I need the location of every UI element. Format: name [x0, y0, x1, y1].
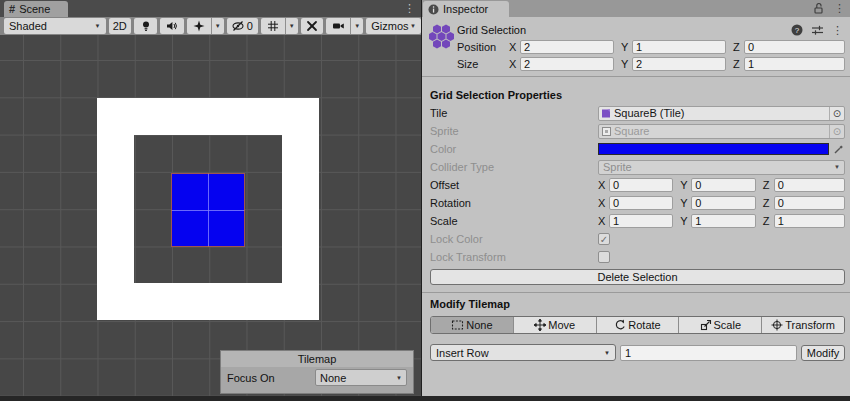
- grid-icon: [267, 20, 279, 32]
- position-label: Position: [457, 41, 509, 53]
- tool-rotate-label: Rotate: [628, 319, 660, 331]
- eyedropper-icon: [829, 143, 845, 155]
- scene-effects-dropdown[interactable]: ▼: [211, 18, 224, 34]
- grid-selection-header: Grid Selection ? ⋮ Position X2 Y1 Z0: [422, 17, 850, 76]
- size-z-field[interactable]: 1: [744, 57, 845, 71]
- gizmos-label: Gizmos: [371, 20, 408, 32]
- offset-label: Offset: [430, 179, 598, 191]
- eye-off-icon: [232, 20, 245, 32]
- chevron-down-icon: ▼: [834, 164, 840, 170]
- color-swatch: [598, 143, 829, 155]
- position-z-field[interactable]: 0: [744, 40, 845, 54]
- rotate-icon: [614, 319, 626, 331]
- scene-camera-dropdown[interactable]: ▼: [350, 18, 363, 34]
- axis-x-label: X: [598, 179, 609, 191]
- scene-menu-kebab-icon[interactable]: ⋮: [404, 1, 415, 16]
- tab-inspector[interactable]: Inspector: [423, 1, 509, 17]
- tool-transform-button[interactable]: Transform: [761, 317, 844, 333]
- scene-camera-button[interactable]: [326, 18, 350, 34]
- tools-icon: [306, 20, 318, 32]
- tile-value: SquareB (Tile): [612, 107, 829, 119]
- offset-y-field[interactable]: 0: [691, 178, 755, 192]
- size-x-field[interactable]: 2: [520, 57, 614, 71]
- offset-z-field[interactable]: 0: [774, 178, 845, 192]
- selected-blue-tiles[interactable]: [171, 173, 245, 247]
- focus-on-dropdown[interactable]: None ▼: [315, 369, 407, 386]
- scene-audio-button[interactable]: [160, 18, 183, 34]
- lightbulb-icon: [140, 20, 152, 32]
- object-picker-icon[interactable]: ⊙: [829, 107, 844, 120]
- rotation-y-field[interactable]: 0: [691, 196, 755, 210]
- transform-icon: [771, 319, 783, 331]
- modify-button[interactable]: Modify: [801, 345, 845, 361]
- modify-operation-row: Insert Row ▼ 1 Modify: [430, 344, 845, 361]
- lock-color-checkbox: [598, 233, 610, 245]
- tool-rotate-button[interactable]: Rotate: [596, 317, 679, 333]
- offset-x-field[interactable]: 0: [609, 178, 673, 192]
- position-row: Position X2 Y1 Z0: [430, 38, 845, 55]
- presets-icon[interactable]: [811, 24, 824, 36]
- position-y-field[interactable]: 1: [632, 40, 726, 54]
- scene-tool-settings-button[interactable]: [301, 18, 323, 34]
- scene-grid-group: ▼: [261, 18, 298, 34]
- operation-count-input[interactable]: 1: [620, 345, 797, 361]
- scale-icon: [700, 319, 712, 331]
- tile-asset-icon: [601, 108, 612, 119]
- move-arrows-icon: [534, 319, 546, 331]
- scale-y-field[interactable]: 1: [691, 214, 755, 228]
- scene-grid-dropdown[interactable]: ▼: [285, 18, 298, 34]
- shading-mode-dropdown[interactable]: Shaded ▼: [4, 18, 106, 34]
- lock-transform-checkbox: [598, 251, 610, 263]
- tab-scene[interactable]: # Scene: [4, 1, 68, 17]
- scene-effects-button[interactable]: [187, 18, 211, 34]
- operation-dropdown[interactable]: Insert Row ▼: [430, 344, 616, 361]
- lock-open-icon[interactable]: [812, 2, 825, 15]
- axis-z-label: Z: [733, 41, 744, 53]
- position-x-field[interactable]: 2: [520, 40, 614, 54]
- collider-type-dropdown: Sprite ▼: [598, 160, 845, 175]
- tilemap-overlay-title: Tilemap: [221, 351, 413, 367]
- sprite-asset-icon: [601, 126, 612, 137]
- component-menu-kebab-icon[interactable]: ⋮: [832, 24, 843, 37]
- rotation-label: Rotation: [430, 197, 598, 209]
- shading-mode-label: Shaded: [9, 20, 47, 32]
- size-y-field[interactable]: 2: [632, 57, 726, 71]
- scene-lighting-button[interactable]: [134, 18, 157, 34]
- axis-z-label: Z: [763, 197, 774, 209]
- object-picker-icon: ⊙: [829, 125, 844, 138]
- tile-row: Tile SquareB (Tile) ⊙: [422, 104, 850, 122]
- rotation-z-field[interactable]: 0: [774, 196, 845, 210]
- chevron-down-icon: ▼: [95, 23, 101, 29]
- tool-transform-label: Transform: [785, 319, 835, 331]
- tool-move-button[interactable]: Move: [513, 317, 596, 333]
- axis-y-label: Y: [621, 58, 632, 70]
- help-icon[interactable]: ?: [791, 24, 803, 36]
- tilemap-tool-toolbar: None Move Rotate Scale: [430, 316, 845, 334]
- scale-z-field[interactable]: 1: [774, 214, 845, 228]
- scene-visibility-button[interactable]: 0: [227, 18, 258, 34]
- axis-x-label: X: [509, 58, 520, 70]
- scene-tabstrip: # Scene ⋮: [0, 0, 421, 17]
- rotation-x-field[interactable]: 0: [609, 196, 673, 210]
- scale-x-field[interactable]: 1: [609, 214, 673, 228]
- axis-x-label: X: [598, 197, 609, 209]
- tool-scale-button[interactable]: Scale: [678, 317, 761, 333]
- gizmos-dropdown[interactable]: Gizmos ▼: [366, 18, 421, 34]
- collider-type-value: Sprite: [603, 161, 632, 173]
- tile-object-field[interactable]: SquareB (Tile) ⊙: [598, 106, 845, 121]
- axis-z-label: Z: [763, 179, 774, 191]
- scene-grid-button[interactable]: [261, 18, 285, 34]
- divider: [422, 76, 850, 77]
- delete-selection-button[interactable]: Delete Selection: [430, 269, 845, 285]
- inspector-menu-kebab-icon[interactable]: ⋮: [834, 2, 845, 15]
- chevron-down-icon: ▼: [410, 23, 416, 29]
- effects-star-icon: [193, 20, 205, 32]
- grid-selection-icon: [429, 23, 454, 50]
- tool-move-label: Move: [548, 319, 575, 331]
- tool-none-button[interactable]: None: [431, 317, 513, 333]
- scene-camera-group: ▼: [326, 18, 363, 34]
- inspector-panel: Inspector ⋮: [422, 0, 850, 396]
- scene-viewport[interactable]: Tilemap Focus On None ▼: [0, 35, 421, 396]
- toggle-2d-button[interactable]: 2D: [109, 18, 131, 34]
- sprite-label: Sprite: [430, 125, 598, 137]
